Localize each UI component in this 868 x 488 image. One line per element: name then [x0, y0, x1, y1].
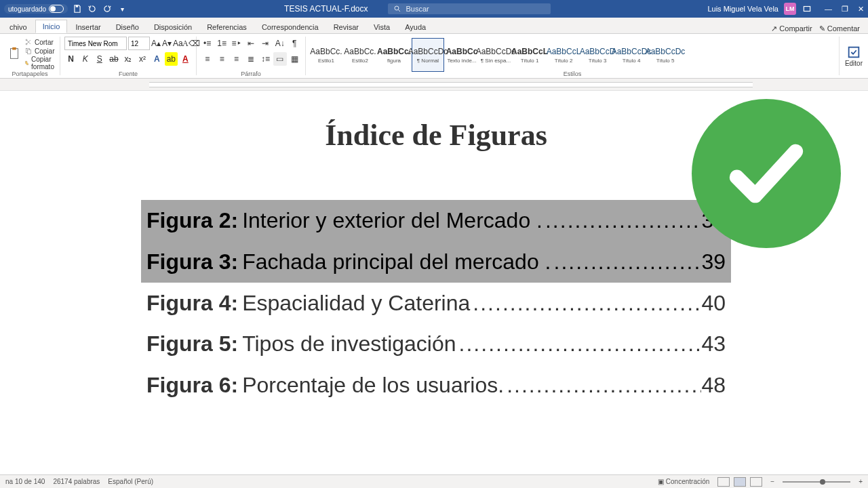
format-painter-button[interactable]: Copiar formato	[24, 56, 58, 70]
status-language[interactable]: Español (Perú)	[108, 478, 153, 485]
status-page[interactable]: na 10 de 140	[5, 478, 45, 485]
align-right-icon[interactable]: ≡	[230, 52, 243, 66]
copy-button[interactable]: Copiar	[24, 47, 58, 55]
increase-indent-icon[interactable]: ⇥	[259, 37, 272, 50]
superscript-icon[interactable]: x²	[136, 52, 149, 66]
figure-text: Espacialidad y Caterina	[242, 285, 470, 321]
style-label: Texto inde...	[446, 58, 477, 64]
line-spacing-icon[interactable]: ↕≡	[259, 52, 272, 66]
tab-disposicion[interactable]: Disposición	[147, 21, 199, 33]
show-marks-icon[interactable]: ¶	[288, 37, 301, 50]
close-icon[interactable]: ✕	[858, 5, 864, 14]
tab-archivo[interactable]: chivo	[3, 21, 34, 33]
borders-icon[interactable]: ▦	[288, 52, 301, 66]
font-name-input[interactable]	[64, 37, 127, 50]
style-card[interactable]: AaBbCc.figura	[378, 38, 410, 72]
justify-icon[interactable]: ≣	[244, 52, 257, 66]
style-card[interactable]: AaBbCcLTítulo 2	[547, 38, 580, 72]
figure-page: 43	[701, 326, 726, 362]
share-button[interactable]: ↗ Compartir	[771, 24, 812, 33]
figure-entry[interactable]: Figura 4: Espacialidad y Caterina ......…	[141, 283, 731, 324]
svg-rect-4	[12, 47, 16, 50]
qat-dropdown-icon[interactable]: ▾	[117, 3, 127, 14]
decrease-indent-icon[interactable]: ⇤	[244, 37, 257, 50]
grow-font-icon[interactable]: A▴	[151, 37, 161, 50]
undo-icon[interactable]	[87, 3, 98, 14]
tab-revisar[interactable]: Revisar	[327, 21, 366, 33]
user-avatar[interactable]: LM	[784, 3, 796, 15]
style-card[interactable]: AaBbCcTexto inde...	[446, 38, 478, 72]
clear-formatting-icon[interactable]: A⌫	[184, 37, 198, 50]
autosave-toggle[interactable]: utoguardado	[4, 4, 68, 14]
minimize-icon[interactable]: —	[825, 5, 832, 14]
tab-insertar[interactable]: Insertar	[68, 21, 107, 33]
figure-page: 48	[701, 367, 726, 403]
font-color-icon[interactable]: A	[179, 52, 192, 66]
tab-ayuda[interactable]: Ayuda	[398, 21, 433, 33]
redo-icon[interactable]	[102, 3, 113, 14]
zoom-in-button[interactable]: +	[859, 478, 863, 485]
figure-entry[interactable]: Figura 5: Tipos de investigación .......…	[141, 323, 731, 365]
style-preview: AaBbCcD	[580, 47, 616, 56]
figure-entry[interactable]: Figura 3: Fachada principal del mercado …	[141, 241, 731, 283]
highlight-icon[interactable]: ab	[165, 52, 178, 66]
font-size-input[interactable]	[128, 37, 150, 50]
style-card[interactable]: AaBbCcDcTítulo 5	[649, 38, 682, 72]
user-name: Luis Miguel Vela Vela	[707, 5, 778, 13]
subscript-icon[interactable]: x₂	[121, 52, 134, 66]
style-preview: AaBbCcL	[547, 47, 581, 56]
svg-rect-8	[28, 50, 31, 54]
zoom-out-button[interactable]: −	[770, 478, 774, 485]
document-canvas[interactable]: Índice de Figuras Figura 2: Interior y e…	[0, 91, 868, 474]
italic-button[interactable]: K	[79, 52, 92, 66]
style-card[interactable]: AaBbCcDcTítulo 4	[615, 38, 648, 72]
paste-button[interactable]	[4, 37, 24, 70]
style-card[interactable]: AaBbCcDc¶ Sin espa...	[479, 38, 512, 72]
tab-diseno[interactable]: Diseño	[109, 21, 146, 33]
tab-referencias[interactable]: Referencias	[200, 21, 254, 33]
bullets-icon[interactable]: •≡	[201, 37, 214, 50]
figure-entry[interactable]: Figura 2: Interior y exterior del Mercad…	[141, 200, 731, 241]
style-card[interactable]: AaBbCc.Estilo2	[344, 38, 376, 72]
horizontal-ruler[interactable]	[0, 79, 868, 91]
style-card[interactable]: AaBbCcDc¶ Normal	[412, 38, 444, 72]
tab-vista[interactable]: Vista	[367, 21, 397, 33]
style-label: Título 3	[582, 58, 613, 64]
focus-mode-button[interactable]: ▣ Concentración	[658, 478, 709, 485]
figure-label: Figura 2:	[146, 203, 238, 239]
figure-label: Figura 5:	[146, 326, 238, 362]
cut-button[interactable]: Cortar	[24, 38, 58, 46]
search-input[interactable]: Buscar	[388, 3, 551, 14]
numbering-icon[interactable]: 1≡	[215, 37, 228, 50]
comment-button[interactable]: ✎ Comentar	[819, 24, 860, 33]
leader-dots: ........................................…	[456, 326, 702, 362]
align-left-icon[interactable]: ≡	[201, 52, 214, 66]
bold-button[interactable]: N	[64, 52, 77, 66]
view-print-icon[interactable]	[734, 477, 746, 487]
style-preview: AaBbCc.	[377, 47, 411, 56]
status-word-count[interactable]: 26174 palabras	[53, 478, 100, 485]
ribbon-display-icon[interactable]	[802, 3, 812, 14]
align-center-icon[interactable]: ≡	[215, 52, 228, 66]
strikethrough-icon[interactable]: ab	[107, 52, 120, 66]
style-card[interactable]: AaBbCcLTítulo 1	[513, 38, 546, 72]
style-card[interactable]: AaBbCc.Estilo1	[310, 38, 342, 72]
shrink-font-icon[interactable]: A▾	[162, 37, 172, 50]
style-card[interactable]: AaBbCcDTítulo 3	[581, 38, 614, 72]
tab-correspondencia[interactable]: Correspondencia	[255, 21, 326, 33]
shading-icon[interactable]: ▭	[273, 52, 286, 66]
zoom-slider[interactable]	[783, 481, 850, 483]
text-effects-icon[interactable]: A	[151, 52, 163, 66]
maximize-icon[interactable]: ❐	[842, 5, 848, 14]
multilevel-list-icon[interactable]: ≡‣	[230, 37, 243, 50]
figure-entry[interactable]: Figura 6: Porcentaje de los usuarios. ..…	[141, 365, 731, 406]
view-web-icon[interactable]	[750, 477, 762, 487]
sort-icon[interactable]: A↓	[273, 37, 286, 50]
tab-inicio[interactable]: Inicio	[35, 20, 68, 33]
style-preview: AaBbCcL	[511, 47, 548, 56]
view-read-icon[interactable]	[717, 477, 730, 487]
change-case-icon[interactable]: Aa	[173, 37, 183, 50]
editor-button[interactable]: Editor	[840, 34, 868, 78]
save-icon[interactable]	[72, 3, 83, 14]
underline-button[interactable]: S	[93, 52, 106, 66]
